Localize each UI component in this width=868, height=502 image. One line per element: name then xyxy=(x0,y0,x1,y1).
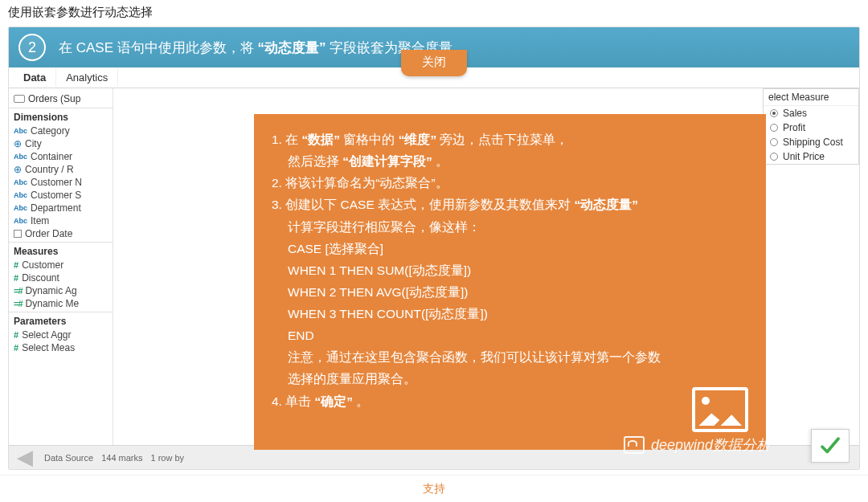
hash-icon: # xyxy=(14,343,18,353)
dim-category[interactable]: AbcCategory xyxy=(9,124,113,137)
measure-option-profit[interactable]: Profit xyxy=(764,120,858,135)
option-label: Shipping Cost xyxy=(783,137,843,148)
tab-analytics[interactable]: Analytics xyxy=(56,68,118,87)
option-label: Sales xyxy=(783,108,807,119)
field-label: Category xyxy=(31,125,70,137)
dim-customer-s[interactable]: AbcCustomer S xyxy=(9,189,113,202)
field-label: City xyxy=(25,138,42,149)
dim-department[interactable]: AbcDepartment xyxy=(9,202,113,214)
calendar-icon xyxy=(14,230,22,238)
check-icon xyxy=(818,434,842,458)
abc-icon: Abc xyxy=(14,127,27,135)
close-button[interactable]: 关闭 xyxy=(401,50,467,76)
parameters-header: Parameters xyxy=(9,312,113,329)
field-label: Discount xyxy=(22,272,59,284)
field-label: Customer N xyxy=(31,177,82,188)
field-label: Country / R xyxy=(25,164,74,175)
field-label: Customer S xyxy=(31,190,81,201)
watermark: deepwind数据分析 xyxy=(624,435,771,455)
app-frame: 2 在 CASE 语句中使用此参数，将 “动态度量” 字段嵌套为聚合度量。 关闭… xyxy=(8,27,860,470)
param-select-meas[interactable]: #Select Meas xyxy=(9,341,113,354)
measure-panel-header: elect Measure xyxy=(764,89,858,106)
measures-header: Measures xyxy=(9,242,113,259)
abc-icon: Abc xyxy=(14,204,27,212)
measure-option-shipping[interactable]: Shipping Cost xyxy=(764,135,858,149)
step4: 4. 单击 “确定” 。 xyxy=(272,390,745,412)
support-link[interactable]: 支持 xyxy=(0,475,868,502)
tab-data[interactable]: Data xyxy=(14,68,56,87)
globe-icon: ⊕ xyxy=(14,138,22,149)
field-label: Dynamic Ag xyxy=(26,285,77,296)
status-datasource[interactable]: Data Source xyxy=(44,453,93,463)
note-line-1: 注意，通过在这里包含聚合函数，我们可以让该计算对第一个参数 xyxy=(288,346,745,368)
meas-customer[interactable]: #Customer xyxy=(9,259,113,271)
field-label: Select Aggr xyxy=(22,329,71,341)
dimensions-header: Dimensions xyxy=(9,108,113,124)
datasource-row[interactable]: Orders (Sup xyxy=(9,92,113,106)
field-label: Item xyxy=(31,215,49,227)
banner-text-quoted: “动态度量” xyxy=(257,40,326,55)
prev-arrow[interactable]: ◀ xyxy=(14,447,36,469)
t: 旁边，点击下拉菜单， xyxy=(436,133,568,146)
hash-icon: # xyxy=(14,273,18,283)
option-label: Unit Price xyxy=(783,151,825,162)
t: 。 xyxy=(353,394,369,408)
abc-icon: Abc xyxy=(14,217,27,225)
hash-icon: # xyxy=(14,330,18,340)
step2: 2. 将该计算命名为“动态聚合”。 xyxy=(272,172,745,194)
field-label: Dynamic Me xyxy=(26,298,80,309)
field-label: Order Date xyxy=(25,228,72,239)
watermark-text: deepwind数据分析 xyxy=(651,435,771,455)
radio-icon xyxy=(770,109,778,117)
step1-line2: 然后选择 “创建计算字段” 。 xyxy=(288,150,745,172)
t: 3. 创建以下 CASE 表达式，使用新参数及其数值来对 xyxy=(272,198,574,211)
t: “动态度量” xyxy=(574,198,638,211)
datasource-icon xyxy=(14,95,25,103)
select-measure-panel: elect Measure Sales Profit Shipping Cost… xyxy=(763,88,859,165)
meas-discount[interactable]: #Discount xyxy=(9,271,113,284)
code-line-1: CASE [选择聚合] xyxy=(288,238,745,259)
field-label: Department xyxy=(31,202,81,214)
meas-dynamic-me[interactable]: =#Dynamic Me xyxy=(9,297,113,310)
confirm-check-button[interactable] xyxy=(811,429,850,463)
meas-dynamic-ag[interactable]: =#Dynamic Ag xyxy=(9,284,113,297)
dim-container[interactable]: AbcContainer xyxy=(9,150,113,163)
dim-city[interactable]: ⊕City xyxy=(9,137,113,150)
image-placeholder-icon xyxy=(692,387,748,432)
data-pane: Orders (Sup Dimensions AbcCategory ⊕City… xyxy=(9,88,113,445)
t: 窗格中的 xyxy=(340,133,399,146)
status-marks: 144 marks xyxy=(101,453,142,463)
abc-icon: Abc xyxy=(14,178,27,186)
step3-line2: 计算字段进行相应聚合，像这样： xyxy=(288,216,745,238)
t: 然后选择 xyxy=(288,154,342,168)
radio-icon xyxy=(770,153,778,161)
note-line-2: 选择的度量应用聚合。 xyxy=(288,368,745,390)
instruction-overlay: 1. 在 “数据” 窗格中的 “维度” 旁边，点击下拉菜单， 然后选择 “创建计… xyxy=(254,114,766,450)
code-line-3: WHEN 2 THEN AVG([动态度量]) xyxy=(288,281,745,303)
dim-customer-n[interactable]: AbcCustomer N xyxy=(9,176,113,189)
code-line-2: WHEN 1 THEN SUM([动态度量]) xyxy=(288,259,745,281)
globe-icon: ⊕ xyxy=(14,164,22,175)
code-line-5: END xyxy=(288,324,745,346)
dim-order-date[interactable]: Order Date xyxy=(9,227,113,240)
step3-line1: 3. 创建以下 CASE 表达式，使用新参数及其数值来对 “动态度量” xyxy=(272,194,745,215)
calc-icon: =# xyxy=(14,286,23,296)
dim-country[interactable]: ⊕Country / R xyxy=(9,163,113,176)
page-title: 使用嵌套参数进行动态选择 xyxy=(0,0,868,27)
measure-option-unitprice[interactable]: Unit Price xyxy=(764,149,858,164)
param-select-aggr[interactable]: #Select Aggr xyxy=(9,329,113,341)
t: “数据” xyxy=(302,133,341,146)
field-label: Container xyxy=(31,151,72,162)
abc-icon: Abc xyxy=(14,191,27,199)
measure-option-sales[interactable]: Sales xyxy=(764,106,858,120)
wechat-icon xyxy=(624,436,645,454)
dim-item[interactable]: AbcItem xyxy=(9,214,113,227)
t: “确定” xyxy=(315,394,354,408)
step1-line1: 1. 在 “数据” 窗格中的 “维度” 旁边，点击下拉菜单， xyxy=(272,129,745,150)
calc-icon: =# xyxy=(14,299,23,308)
step-number-badge: 2 xyxy=(18,34,46,61)
t: 。 xyxy=(432,154,448,168)
hash-icon: # xyxy=(14,260,18,270)
radio-icon xyxy=(770,124,778,132)
field-label: Customer xyxy=(22,259,63,271)
